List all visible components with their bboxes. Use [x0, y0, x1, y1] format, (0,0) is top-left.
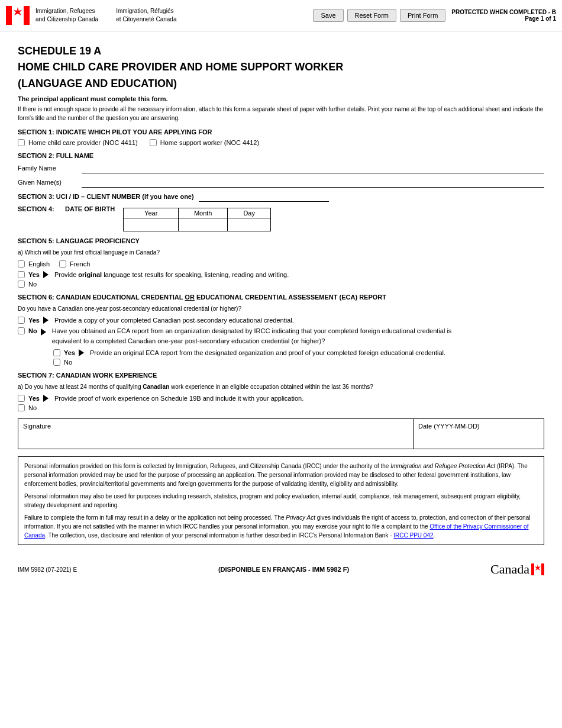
family-name-row: Family Name [18, 163, 544, 173]
french-available: (DISPONIBLE EN FRANÇAIS - IMM 5982 F) [218, 566, 349, 573]
privacy-para1: Personal information provided on this fo… [24, 462, 538, 488]
provide-lang-text: Provide original language test results f… [54, 271, 289, 278]
svg-rect-0 [6, 6, 12, 25]
given-names-row: Given Name(s) [18, 177, 544, 188]
year-header: Year [124, 208, 179, 218]
checkbox-edu-yes[interactable] [18, 317, 25, 324]
checkbox-english[interactable] [18, 260, 25, 268]
canada-wordmark-text: Canada [490, 562, 529, 577]
checkbox-work-no[interactable] [18, 404, 25, 411]
privacy-box: Personal information provided on this fo… [18, 456, 544, 545]
save-button[interactable]: Save [313, 9, 343, 22]
section4-row: SECTION 4: DATE OF BIRTH Year Month Day [18, 205, 544, 231]
section6-yes-row: Yes Provide a copy of your completed Can… [18, 317, 544, 324]
instruction-body: If there is not enough space to provide … [18, 105, 544, 123]
given-names-label: Given Name(s) [18, 179, 77, 186]
signature-box: Signature Date (YYYY-MM-DD) [18, 418, 544, 449]
section6-question: Do you have a Canadian one-year post-sec… [18, 304, 544, 313]
dob-month-input[interactable] [188, 221, 218, 228]
header: Immigration, Refugees and Citizenship Ca… [0, 0, 562, 31]
eca-no-label: No [64, 359, 72, 366]
uci-input[interactable] [199, 191, 329, 202]
form-id: IMM 5982 (07-2021) E [18, 566, 77, 573]
english-label: English [28, 260, 50, 268]
work-yes-label: Yes [28, 395, 40, 402]
section3-header: SECTION 3: UCI / ID – CLIENT NUMBER (if … [18, 193, 194, 200]
day-header: Day [228, 208, 271, 218]
family-name-input[interactable] [82, 163, 544, 173]
form-title-line2: HOME CHILD CARE PROVIDER AND HOME SUPPOR… [18, 60, 544, 74]
given-names-input[interactable] [82, 177, 544, 188]
privacy-para3: Failure to complete the form in full may… [24, 513, 538, 540]
canada-wordmark-block: Canada [490, 562, 544, 577]
section6-no-row: No Have you obtained an ECA report from … [18, 326, 544, 346]
checkbox-home-child-care[interactable] [18, 139, 25, 146]
section1-options: Home child care provider (NOC 4411) Home… [18, 139, 544, 146]
signature-field: Signature [18, 419, 414, 449]
section7-question: a) Do you have at least 24 months of qua… [18, 382, 544, 391]
checkbox-home-support[interactable] [150, 139, 157, 146]
option-home-child-care: Home child care provider (NOC 4411) [28, 139, 138, 146]
checkbox-lang-yes[interactable] [18, 271, 25, 278]
section7-header: SECTION 7: CANADIAN WORK EXPERIENCE [18, 372, 544, 379]
section7-no-row: No [18, 404, 544, 411]
canada-flag-small [531, 563, 544, 576]
section6-header: SECTION 6: CANADIAN EDUCATIONAL CREDENTI… [18, 294, 544, 301]
must-complete-instruction: The principal applicant must complete th… [18, 95, 544, 102]
yes-label-lang: Yes [28, 271, 40, 278]
checkbox-eca-no[interactable] [53, 359, 60, 366]
arrow-icon-edu-yes [43, 317, 49, 324]
org-french: Immigration, Réfugiés et Citoyenneté Can… [116, 7, 176, 24]
svg-rect-5 [541, 563, 544, 575]
org-english: Immigration, Refugees and Citizenship Ca… [35, 7, 98, 24]
arrow-icon-edu-no [41, 328, 46, 336]
checkbox-lang-no[interactable] [18, 281, 25, 288]
svg-rect-1 [24, 6, 30, 25]
privacy-commissioner-link[interactable]: Office of the Privacy Commissioner of Ca… [24, 523, 528, 539]
reset-form-button[interactable]: Reset Form [347, 9, 396, 22]
footer: IMM 5982 (07-2021) E (DISPONIBLE EN FRAN… [0, 558, 562, 581]
dob-year-input[interactable] [133, 221, 169, 228]
checkbox-work-yes[interactable] [18, 395, 25, 402]
signature-label: Signature [23, 423, 408, 430]
no-label-lang: No [28, 281, 37, 288]
eca-no-row: No [53, 359, 544, 366]
eca-yes-label: Yes [64, 349, 75, 356]
eca-question-text: Have you obtained an ECA report from an … [52, 326, 466, 346]
checkbox-eca-yes[interactable] [53, 349, 60, 356]
work-no-label: No [28, 404, 37, 411]
provide-edu-text: Provide a copy of your completed Canadia… [54, 317, 294, 324]
section1-header: SECTION 1: INDICATE WHICH PILOT YOU ARE … [18, 128, 544, 136]
french-label: French [70, 260, 90, 268]
eca-provide-text: Provide an original ECA report from the … [90, 349, 445, 356]
checkbox-edu-no[interactable] [18, 327, 25, 334]
arrow-icon-lang [43, 271, 49, 278]
edu-yes-label: Yes [28, 317, 40, 324]
family-name-label: Family Name [18, 165, 77, 172]
form-title-block: SCHEDULE 19 A HOME CHILD CARE PROVIDER A… [18, 44, 544, 91]
print-form-button[interactable]: Print Form [400, 9, 445, 22]
date-label: Date (YYYY-MM-DD) [418, 423, 539, 430]
ppu-link[interactable]: IRCC PPU 042 [393, 532, 433, 539]
section5-question: a) Which will be your first official lan… [18, 248, 544, 257]
checkbox-french[interactable] [59, 260, 66, 268]
section2-header: SECTION 2: FULL NAME [18, 152, 544, 159]
eca-sub-options: Yes Provide an original ECA report from … [53, 349, 544, 366]
main-content: SCHEDULE 19 A HOME CHILD CARE PROVIDER A… [0, 31, 562, 556]
dob-day-input[interactable] [237, 221, 261, 228]
date-field: Date (YYYY-MM-DD) [414, 419, 544, 449]
section3-row: SECTION 3: UCI / ID – CLIENT NUMBER (if … [18, 191, 544, 202]
section5-yes-row: Yes Provide original language test resul… [18, 271, 544, 278]
org-names: Immigration, Refugees and Citizenship Ca… [35, 7, 307, 24]
toolbar-buttons: Save Reset Form Print Form [313, 9, 445, 22]
section4-label: SECTION 4: DATE OF BIRTH [18, 205, 115, 212]
section5-no-row: No [18, 281, 544, 288]
arrow-icon-work-yes [43, 395, 49, 402]
section5-header: SECTION 5: LANGUAGE PROFICIENCY [18, 237, 544, 244]
arrow-icon-eca-yes [79, 349, 84, 356]
protected-label: PROTECTED WHEN COMPLETED - B Page 1 of 1 [451, 9, 556, 22]
month-header: Month [179, 208, 228, 218]
page: Immigration, Refugees and Citizenship Ca… [0, 0, 562, 728]
canada-flag-logo [6, 4, 30, 27]
dob-table: Year Month Day [123, 208, 271, 231]
